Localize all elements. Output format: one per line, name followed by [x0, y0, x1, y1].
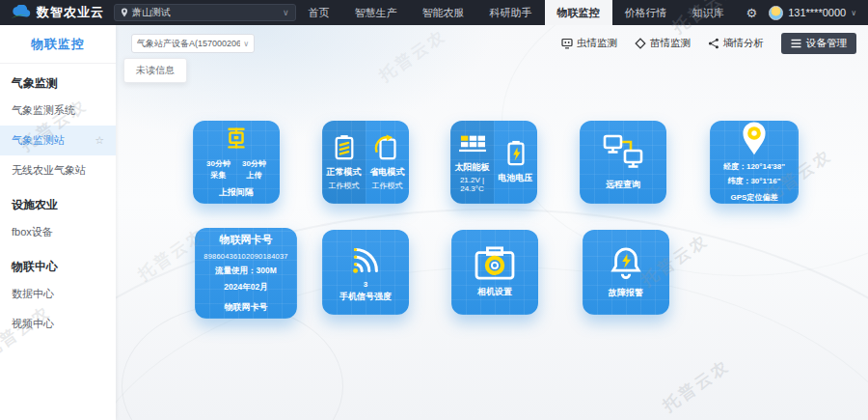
sidebar-item-fbox[interactable]: fbox设备: [0, 217, 116, 247]
settings-gear-icon[interactable]: ⚙: [737, 6, 768, 20]
sidebar-title: 物联监控: [0, 25, 116, 64]
username: 131****0000: [788, 7, 846, 18]
signal-value: 3: [364, 280, 367, 289]
card-title: 电池电压: [499, 172, 533, 184]
iot-sim-card[interactable]: 物联网卡号 89860436102090184037 流量使用：300M 202…: [195, 228, 297, 319]
sidebar-item-label: 视频中心: [12, 317, 54, 331]
diamond-icon: [635, 38, 646, 49]
sidebar-item-label: 数据中心: [12, 287, 54, 301]
battery-normal-icon: [333, 134, 356, 161]
power-card: 太阳能板 21.2V | 24.3°C 电池电压: [450, 121, 537, 204]
monitor-bug-icon: [561, 38, 573, 49]
sidebar-item-wireless-weather-station[interactable]: 无线农业气象站: [0, 155, 116, 185]
seedling-monitoring-button[interactable]: 苗情监测: [635, 37, 691, 50]
location-select[interactable]: 萧山测试 ∨: [114, 4, 296, 21]
solar-panel-section[interactable]: 太阳能板 21.2V | 24.3°C: [450, 121, 494, 204]
normal-mode-option[interactable]: 正常模式 工作模式: [322, 121, 366, 204]
card-title: 手机信号强度: [339, 291, 392, 303]
chevron-down-icon: ∨: [851, 9, 856, 17]
toolbar-actions: 虫情监测 苗情监测 墒情分析: [561, 33, 856, 54]
interval-values: 30分钟 采集 30分钟 上传: [206, 158, 266, 182]
sidebar-item-video-center[interactable]: 视频中心: [0, 309, 116, 339]
power-saving-mode-option[interactable]: 省电模式 工作模式: [366, 121, 409, 204]
camera-icon: [474, 246, 516, 281]
toolbar: 气象站产设备A(157000206711 ∨ 虫情监测: [131, 33, 856, 54]
card-title: 正常模式: [327, 166, 362, 179]
card-title: 远程查询: [606, 179, 640, 191]
nav-item-home[interactable]: 首页: [296, 0, 342, 25]
cloud-logo-icon: [10, 5, 31, 20]
nav-item-smart-service[interactable]: 智能农服: [410, 0, 477, 25]
action-label: 虫情监测: [577, 37, 617, 50]
solar-value: 21.2V | 24.3°C: [450, 176, 494, 193]
card-subtitle: 工作模式: [329, 181, 360, 191]
remote-query-card[interactable]: 远程查询: [580, 121, 666, 204]
unread-info-tooltip: 未读信息: [123, 58, 187, 83]
star-icon[interactable]: ☆: [95, 134, 104, 147]
user-menu[interactable]: 131****0000 ∨: [767, 6, 868, 20]
nav-item-research-assistant[interactable]: 科研助手: [477, 0, 545, 25]
nav-item-smart-production[interactable]: 智慧生产: [342, 0, 410, 25]
list-icon: [791, 39, 801, 48]
pest-monitoring-button[interactable]: 虫情监测: [561, 37, 617, 50]
sidebar-item-weather-system[interactable]: 气象监测系统: [0, 96, 116, 126]
work-mode-card: 正常模式 工作模式 省电模式 工作模式: [322, 121, 409, 204]
decor-curve: [122, 304, 343, 420]
location-pin-icon: [121, 8, 128, 17]
action-label: 墒情分析: [723, 37, 764, 50]
alarm-bell-icon: [610, 245, 642, 282]
gps-card[interactable]: 经度：120°14'38" 纬度：30°1'16" GPS定位偏差: [710, 121, 799, 204]
battery-bolt-icon: [505, 140, 527, 167]
sidebar-item-label: 无线农业气象站: [12, 163, 86, 178]
battery-voltage-section[interactable]: 电池电压: [494, 121, 537, 204]
upload-interval-value: 30分钟: [242, 158, 266, 170]
card-title: 省电模式: [370, 166, 405, 179]
device-manage-label: 设备管理: [806, 37, 847, 50]
card-title: 太阳能板: [455, 161, 490, 174]
iot-card-number: 89860436102090184037: [203, 252, 287, 261]
chevron-down-icon: ∨: [283, 8, 289, 17]
iot-card-header: 物联网卡号: [220, 233, 273, 247]
device-manage-button[interactable]: 设备管理: [781, 33, 856, 54]
fault-alarm-card[interactable]: 故障报警: [583, 230, 669, 315]
remote-monitors-icon: [601, 133, 645, 174]
wifi-signal-icon: [347, 241, 384, 278]
sidebar-item-weather-station[interactable]: 气象监测站 ☆: [0, 126, 116, 155]
main-content: 气象站产设备A(157000206711 ∨ 虫情监测: [116, 25, 868, 420]
brand: 数智农业云: [0, 4, 108, 21]
collect-interval-value: 30分钟: [206, 158, 231, 170]
report-interval-card[interactable]: 30分钟 采集 30分钟 上传 上报间隔: [193, 121, 280, 204]
iot-card-usage: 流量使用：300M: [215, 266, 277, 277]
device-select-value: 气象站产设备A(157000206711: [137, 38, 240, 50]
longitude-value: 经度：120°14'38": [723, 160, 785, 174]
location-pin-icon: [739, 122, 770, 156]
moisture-analysis-button[interactable]: 墒情分析: [708, 37, 764, 50]
topbar: 数智农业云 萧山测试 ∨ 首页 智慧生产 智能农服 科研助手 物联监控 价格行情…: [0, 0, 868, 25]
card-title: GPS定位偏差: [731, 192, 778, 203]
share-icon: [708, 38, 719, 49]
iot-card-month: 2024年02月: [224, 282, 267, 294]
sidebar-item-data-center[interactable]: 数据中心: [0, 279, 116, 309]
card-title: 故障报警: [609, 287, 643, 299]
interval-icon: [223, 126, 250, 153]
sidebar-item-label: 气象监测系统: [12, 103, 75, 118]
sidebar-section-iot-center: 物联中心: [0, 247, 116, 279]
sidebar-item-label: fbox设备: [12, 225, 53, 239]
location-select-value: 萧山测试: [132, 6, 171, 19]
camera-settings-card[interactable]: 相机设置: [451, 230, 538, 315]
device-select[interactable]: 气象站产设备A(157000206711 ∨: [131, 34, 255, 53]
nav-item-knowledge-base[interactable]: 知识库: [680, 0, 737, 25]
card-title: 上报间隔: [219, 186, 254, 199]
brand-title: 数智农业云: [37, 4, 104, 21]
collect-interval-label: 采集: [206, 170, 231, 182]
latitude-value: 纬度：30°1'16": [723, 175, 785, 188]
signal-strength-card[interactable]: 3 手机信号强度: [322, 230, 409, 315]
card-title: 相机设置: [477, 286, 512, 298]
nav-item-iot-monitoring[interactable]: 物联监控: [545, 0, 612, 25]
sidebar-item-label: 气象监测站: [12, 133, 65, 148]
nav-item-price-market[interactable]: 价格行情: [612, 0, 680, 25]
decor-curve: [0, 209, 868, 420]
card-subtitle: 工作模式: [372, 181, 403, 191]
action-label: 苗情监测: [650, 37, 691, 50]
sidebar-section-weather: 气象监测: [0, 64, 116, 96]
